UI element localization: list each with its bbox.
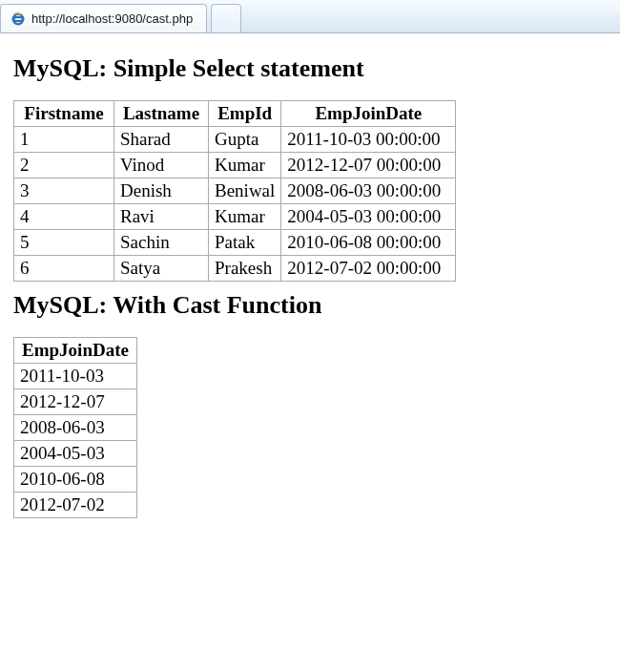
- cell-joindate: 2008-06-03: [14, 415, 137, 441]
- cell-joindate: 2004-05-03: [14, 441, 137, 467]
- cell-empid: Patak: [209, 230, 281, 256]
- cell-empid: Kumar: [209, 153, 281, 178]
- cell-joindate: 2011-10-03: [14, 364, 137, 389]
- col-header-joindate: EmpJoinDate: [281, 101, 456, 127]
- cell-joindate: 2004-05-03 00:00:00: [281, 204, 456, 230]
- cell-firstname: 5: [14, 230, 114, 256]
- cell-firstname: 1: [14, 127, 114, 153]
- svg-point-1: [13, 16, 24, 20]
- heading-cast-function: MySQL: With Cast Function: [13, 291, 607, 320]
- col-header-empid: EmpId: [209, 101, 281, 127]
- table-row: 4 Ravi Kumar 2004-05-03 00:00:00: [14, 204, 456, 230]
- col-header-lastname: Lastname: [114, 101, 209, 127]
- table-row: 2010-06-08: [14, 467, 137, 493]
- cell-firstname: 2: [14, 153, 114, 178]
- page-body: MySQL: Simple Select statement Firstname…: [0, 33, 620, 536]
- cell-lastname: Satya: [114, 256, 209, 282]
- table-header-row: Firstname Lastname EmpId EmpJoinDate: [14, 101, 456, 127]
- cell-joindate: 2008-06-03 00:00:00: [281, 178, 456, 204]
- new-tab-button[interactable]: [211, 4, 241, 32]
- table-row: 6 Satya Prakesh 2012-07-02 00:00:00: [14, 256, 456, 282]
- table-row: 1 Sharad Gupta 2011-10-03 00:00:00: [14, 127, 456, 153]
- table-row: 2011-10-03: [14, 364, 137, 389]
- cell-empid: Kumar: [209, 204, 281, 230]
- table-row: 3 Denish Beniwal 2008-06-03 00:00:00: [14, 178, 456, 204]
- cell-lastname: Vinod: [114, 153, 209, 178]
- cell-joindate: 2010-06-08: [14, 467, 137, 493]
- col-header-firstname: Firstname: [14, 101, 114, 127]
- cell-lastname: Denish: [114, 178, 209, 204]
- cell-lastname: Ravi: [114, 204, 209, 230]
- cell-joindate: 2012-07-02 00:00:00: [281, 256, 456, 282]
- browser-tab-bar: http://localhost:9080/cast.php: [0, 0, 620, 33]
- cell-empid: Gupta: [209, 127, 281, 153]
- svg-point-0: [13, 13, 24, 24]
- browser-url: http://localhost:9080/cast.php: [31, 11, 193, 26]
- table-row: 2012-07-02: [14, 493, 137, 518]
- table-row: 2012-12-07: [14, 389, 137, 415]
- cell-firstname: 6: [14, 256, 114, 282]
- cell-joindate: 2012-12-07 00:00:00: [281, 153, 456, 178]
- cell-joindate: 2010-06-08 00:00:00: [281, 230, 456, 256]
- cell-joindate: 2012-12-07: [14, 389, 137, 415]
- col-header-joindate: EmpJoinDate: [14, 338, 137, 364]
- cast-dates-table: EmpJoinDate 2011-10-03 2012-12-07 2008-0…: [13, 337, 137, 518]
- table-row: 2 Vinod Kumar 2012-12-07 00:00:00: [14, 153, 456, 178]
- table-row: 5 Sachin Patak 2010-06-08 00:00:00: [14, 230, 456, 256]
- employees-table: Firstname Lastname EmpId EmpJoinDate 1 S…: [13, 100, 456, 282]
- cell-joindate: 2011-10-03 00:00:00: [281, 127, 456, 153]
- ie-browser-icon: [10, 11, 26, 27]
- cell-lastname: Sharad: [114, 127, 209, 153]
- active-browser-tab[interactable]: http://localhost:9080/cast.php: [0, 4, 207, 32]
- table-row: 2008-06-03: [14, 415, 137, 441]
- cell-empid: Prakesh: [209, 256, 281, 282]
- cell-lastname: Sachin: [114, 230, 209, 256]
- cell-firstname: 3: [14, 178, 114, 204]
- cell-empid: Beniwal: [209, 178, 281, 204]
- table-row: 2004-05-03: [14, 441, 137, 467]
- cell-joindate: 2012-07-02: [14, 493, 137, 518]
- cell-firstname: 4: [14, 204, 114, 230]
- table-header-row: EmpJoinDate: [14, 338, 137, 364]
- heading-simple-select: MySQL: Simple Select statement: [13, 54, 607, 83]
